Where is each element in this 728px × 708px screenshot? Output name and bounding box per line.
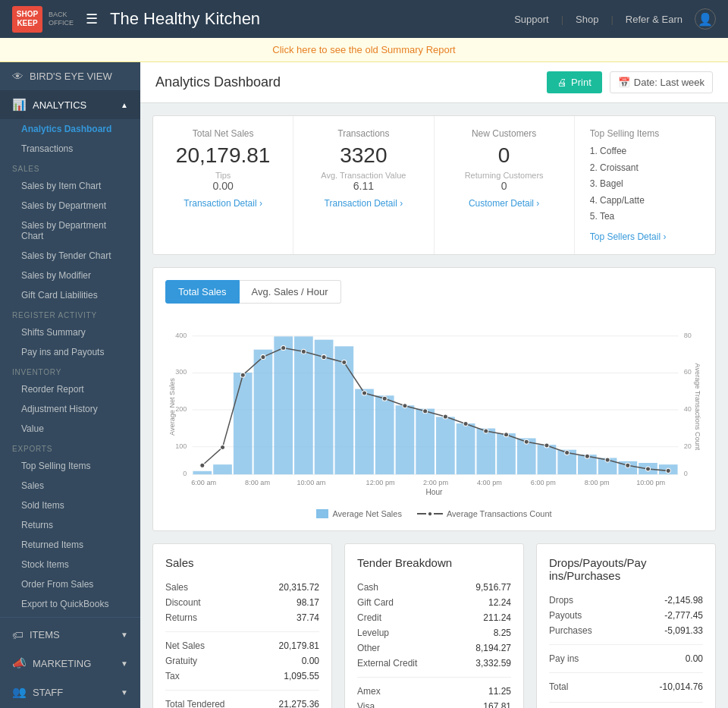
svg-rect-34 — [538, 445, 557, 474]
sidebar-sub-modifier[interactable]: Sales by Modifier — [0, 266, 140, 285]
marketing-label: MARKETING — [33, 658, 91, 669]
svg-rect-22 — [294, 336, 313, 474]
svg-point-66 — [504, 433, 508, 437]
legend-bar-label: Average Net Sales — [332, 509, 402, 518]
top-seller-1: 1. Coffee — [590, 143, 700, 160]
chart-tab-total[interactable]: Total Sales — [165, 280, 240, 304]
svg-point-62 — [423, 409, 428, 414]
svg-text:10:00 pm: 10:00 pm — [636, 479, 665, 486]
chart-container: 400 300 200 100 0 80 60 40 20 0 — [165, 316, 703, 500]
svg-rect-27 — [396, 405, 415, 474]
returning-label: Returning Customers — [447, 171, 562, 180]
svg-rect-31 — [476, 429, 495, 475]
print-button[interactable]: 🖨 Print — [547, 71, 602, 93]
svg-point-67 — [524, 439, 529, 444]
avg-trans-value: 6.11 — [306, 180, 421, 192]
refer-link[interactable]: Refer & Earn — [626, 14, 682, 25]
calendar-icon: 📅 — [618, 77, 630, 88]
svg-point-53 — [240, 373, 245, 377]
sidebar-sub-payins[interactable]: Pay ins and Payouts — [0, 342, 140, 362]
inventory-section-label: INVENTORY — [0, 362, 140, 379]
svg-rect-25 — [355, 389, 374, 475]
sep1: | — [561, 14, 563, 25]
sidebar-sub-shifts[interactable]: Shifts Summary — [0, 323, 140, 342]
tender-credit: Credit211.24 — [357, 610, 511, 625]
sidebar-sub-top-selling[interactable]: Top Selling Items — [0, 456, 140, 476]
sidebar-item-items[interactable]: 🏷 ITEMS ▼ — [0, 621, 140, 649]
logo[interactable]: SHOPKEEP BACKOFFICE — [12, 6, 74, 33]
date-filter[interactable]: 📅 Date: Last week — [610, 71, 713, 93]
drops-detail-link[interactable]: Drops/Payouts/Pay ins/Purchases Detail › — [549, 702, 703, 708]
sidebar-sub-returned[interactable]: Returned Items — [0, 535, 140, 555]
sidebar-item-marketing[interactable]: 📣 MARKETING ▼ — [0, 649, 140, 678]
transactions-value: 3320 — [306, 143, 421, 168]
sidebar-sub-order[interactable]: Order From Sales — [0, 574, 140, 594]
logo-text: SHOPKEEP — [17, 10, 38, 28]
svg-rect-30 — [457, 423, 475, 474]
legend-line-dash2 — [434, 513, 443, 514]
sidebar-sub-sales[interactable]: Sales — [0, 476, 140, 496]
svg-text:8:00 pm: 8:00 pm — [585, 479, 610, 486]
user-icon[interactable]: 👤 — [695, 8, 716, 30]
sidebar-sub-item-chart[interactable]: Sales by Item Chart — [0, 176, 140, 196]
sidebar-sub-sold[interactable]: Sold Items — [0, 496, 140, 515]
sidebar-sub-stock[interactable]: Stock Items — [0, 555, 140, 574]
svg-text:40: 40 — [684, 405, 692, 413]
svg-rect-26 — [375, 395, 394, 474]
sidebar-sub-adjustment[interactable]: Adjustment History — [0, 399, 140, 419]
sidebar-sub-dashboard[interactable]: Analytics Dashboard — [0, 119, 140, 139]
svg-point-54 — [261, 354, 265, 359]
svg-text:20: 20 — [684, 442, 692, 450]
trans-detail-link2[interactable]: Transaction Detail › — [306, 198, 421, 209]
shop-link[interactable]: Shop — [576, 14, 598, 25]
drops-card-title: Drops/Payouts/Pay ins/Purchases — [549, 556, 703, 582]
stats-row: Total Net Sales 20,179.81 Tips 0.00 Tran… — [152, 115, 716, 255]
sales-card: Sales Sales20,315.72 Discount98.17 Retur… — [152, 543, 332, 708]
bar-line-chart: 400 300 200 100 0 80 60 40 20 0 — [165, 316, 703, 498]
legend-line-dash — [417, 513, 426, 514]
sidebar-sub-tender-chart[interactable]: Sales by Tender Chart — [0, 246, 140, 266]
print-label: Print — [571, 77, 592, 88]
sales-row-gratuity: Gratuity0.00 — [165, 653, 319, 669]
transactions-label: Transactions — [306, 128, 421, 139]
sidebar: 👁 BIRD'S EYE VIEW 📊 ANALYTICS ▲ Analytic… — [0, 62, 140, 708]
customer-detail-link[interactable]: Customer Detail › — [447, 198, 562, 209]
sidebar-sub-returns[interactable]: Returns — [0, 515, 140, 535]
svg-rect-18 — [213, 464, 232, 474]
sidebar-item-analytics[interactable]: 📊 ANALYTICS ▲ — [0, 90, 140, 119]
svg-text:0: 0 — [183, 470, 187, 477]
tips-value: 0.00 — [165, 180, 281, 192]
new-customers-value: 0 — [447, 143, 562, 168]
sidebar-sub-value[interactable]: Value — [0, 419, 140, 439]
sidebar-sub-transactions[interactable]: Transactions — [0, 139, 140, 159]
sidebar-sub-dept[interactable]: Sales by Department — [0, 196, 140, 216]
page-header: Analytics Dashboard 🖨 Print 📅 Date: Last… — [140, 62, 728, 103]
staff-label: STAFF — [33, 687, 63, 698]
sidebar-sub-gift[interactable]: Gift Card Liabilities — [0, 285, 140, 305]
top-sellers-link[interactable]: Top Sellers Detail › — [590, 231, 700, 242]
svg-text:4:00 pm: 4:00 pm — [477, 479, 502, 486]
sidebar-sub-quickbooks[interactable]: Export to QuickBooks — [0, 594, 140, 614]
sales-row-tax: Tax1,095.55 — [165, 669, 319, 684]
chevron-down-icon: ▼ — [121, 631, 128, 639]
drops-row: Drops-2,145.98 — [549, 593, 703, 608]
sidebar-item-birds-eye[interactable]: 👁 BIRD'S EYE VIEW — [0, 62, 140, 90]
svg-point-58 — [342, 360, 347, 364]
support-link[interactable]: Support — [514, 14, 549, 25]
svg-point-64 — [463, 421, 468, 426]
banner-text: Click here to see the old Summary Report — [272, 44, 455, 55]
purchases-row: Purchases-5,091.33 — [549, 623, 703, 638]
svg-point-65 — [484, 429, 488, 433]
hamburger-icon[interactable]: ☰ — [86, 11, 98, 27]
top-sellers-card: Top Selling Items 1. Coffee 2. Croissant… — [575, 116, 715, 254]
banner[interactable]: Click here to see the old Summary Report — [0, 38, 728, 62]
transaction-detail-link[interactable]: Transaction Detail › — [165, 198, 281, 209]
register-section-label: REGISTER ACTIVITY — [0, 305, 140, 323]
chart-tab-avg[interactable]: Avg. Sales / Hour — [240, 280, 341, 304]
sidebar-sub-dept-chart[interactable]: Sales by Department Chart — [0, 216, 140, 246]
svg-rect-29 — [436, 417, 455, 474]
svg-text:Average Net Sales: Average Net Sales — [168, 378, 176, 436]
logo-subtitle: BACKOFFICE — [49, 11, 74, 27]
sidebar-sub-reorder[interactable]: Reorder Report — [0, 379, 140, 399]
sidebar-item-staff[interactable]: 👥 STAFF ▼ — [0, 678, 140, 706]
